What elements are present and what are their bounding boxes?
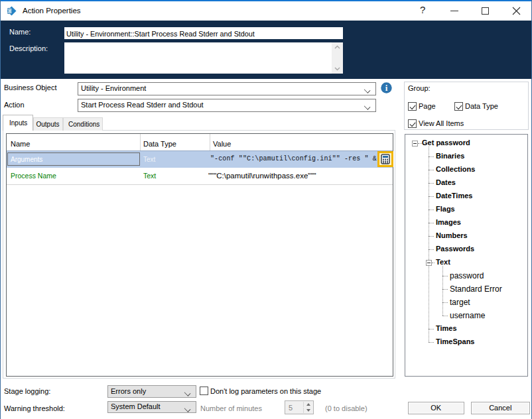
- svg-text:i: i: [385, 83, 388, 93]
